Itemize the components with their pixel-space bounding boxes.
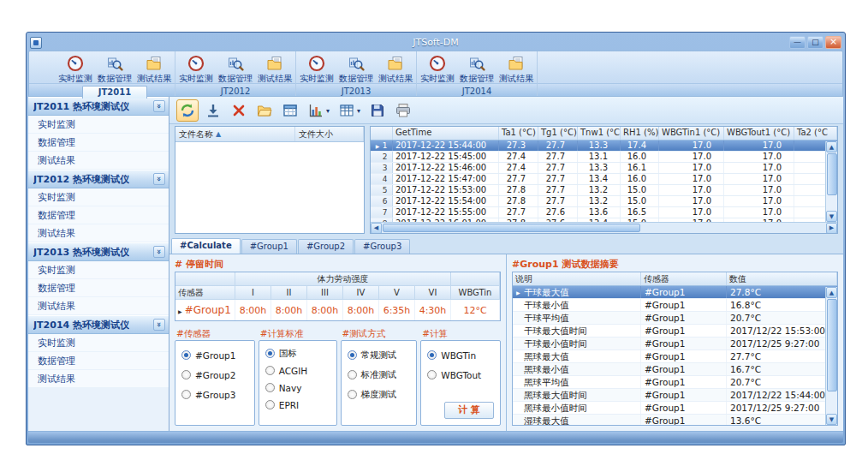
- summary-row[interactable]: 黑球最小值时间 #Group1 2017/12/25 9:27:00: [513, 402, 837, 415]
- sidebar-item-data-manage[interactable]: 数据管理: [28, 352, 169, 370]
- cell-tg1[interactable]: 27.7: [538, 152, 578, 162]
- cell-wbgtin1[interactable]: 17.0: [659, 174, 724, 184]
- summary-row[interactable]: 干球最小值时间 #Group1 2017/12/25 9:27:00: [513, 338, 837, 350]
- table-view-button[interactable]: [336, 99, 363, 122]
- cell-tg1[interactable]: 27.7: [538, 174, 578, 184]
- summary-row[interactable]: 黑球最大值 #Group1 27.7°C: [513, 350, 837, 363]
- cell-gettime[interactable]: 2017-12-22 15:45:00: [393, 152, 499, 162]
- cell-wbgtin1[interactable]: 17.0: [659, 207, 724, 218]
- open-folder-button[interactable]: [253, 99, 276, 122]
- column-header-gettime[interactable]: GetTime: [393, 127, 499, 140]
- sidebar-item-data-manage[interactable]: 数据管理: [28, 206, 169, 224]
- summary-row[interactable]: 黑球最大值时间 #Group1 2017/12/22 15:44:00: [513, 389, 837, 402]
- chevron-icon[interactable]: [153, 173, 165, 185]
- cell-tg1[interactable]: 27.7: [538, 140, 578, 151]
- chart-button[interactable]: [305, 99, 332, 122]
- cell-tnw1[interactable]: 13.2: [578, 196, 621, 206]
- download-button[interactable]: [202, 99, 224, 122]
- cell-tnw1[interactable]: 13.1: [578, 152, 621, 162]
- table-row[interactable]: 3 2017-12-22 15:46:00 27.4 27.7 13.3 16.…: [371, 163, 837, 174]
- cell-wbgtin1[interactable]: 17.0: [659, 196, 724, 206]
- tab[interactable]: #Group2: [298, 239, 354, 254]
- cell-ta1[interactable]: 27.7: [499, 174, 538, 184]
- print-button[interactable]: [392, 99, 414, 122]
- ribbon-button-data-manage[interactable]: 数据管理: [337, 53, 376, 86]
- cell-gettime[interactable]: 2017-12-22 15:44:00: [393, 140, 499, 151]
- table-row[interactable]: 1 2017-12-22 15:44:00 27.3 27.7 13.3 17.…: [371, 140, 837, 152]
- chevron-icon[interactable]: [153, 246, 165, 258]
- cell-wbgtin1[interactable]: 17.0: [659, 185, 724, 195]
- sidebar-item-realtime-monitor[interactable]: 实时监测: [28, 261, 169, 279]
- cell-wbgtout1[interactable]: 17.0: [724, 196, 794, 206]
- sensor-radio-option[interactable]: #Group2: [181, 369, 248, 380]
- cell-tnw1[interactable]: 13.3: [578, 163, 621, 173]
- sidebar-item-realtime-monitor[interactable]: 实时监测: [28, 334, 169, 352]
- table-row[interactable]: 6 2017-12-22 15:54:00 27.8 27.7 13.2 15.…: [371, 196, 837, 207]
- stay-time-row[interactable]: #Group1 8:00h 8:00h 8:00h 8:00h 6:35h 4:…: [175, 300, 500, 320]
- cell-tg1[interactable]: 27.7: [538, 163, 578, 173]
- standard-radio-option[interactable]: 国标: [265, 348, 330, 359]
- table-row[interactable]: 7 2017-12-22 15:55:00 27.7 27.6 13.6 16.…: [371, 207, 837, 218]
- cell-rh1[interactable]: 15.0: [621, 196, 659, 206]
- sidebar-item-test-results[interactable]: 测试结果: [28, 370, 169, 388]
- file-size-column-header[interactable]: 文件大小: [295, 127, 364, 141]
- cell-gettime[interactable]: 2017-12-22 15:53:00: [393, 185, 499, 195]
- sensor-radio-option[interactable]: #Group1: [181, 350, 248, 361]
- summary-row[interactable]: 干球最大值 #Group1 27.8°C: [513, 286, 837, 299]
- summary-row[interactable]: 干球平均值 #Group1 20.7°C: [513, 312, 837, 325]
- scroll-up-button[interactable]: [826, 287, 837, 298]
- sidebar-item-test-results[interactable]: 测试结果: [28, 224, 169, 242]
- ribbon-button-realtime-monitor[interactable]: 实时监测: [298, 53, 336, 86]
- table-row[interactable]: 5 2017-12-22 15:53:00 27.8 27.7 13.2 15.…: [371, 185, 837, 196]
- cell-wbgtout1[interactable]: 17.0: [724, 152, 794, 162]
- cell-wbgtout1[interactable]: 17.0: [724, 185, 794, 195]
- delete-button[interactable]: [228, 99, 250, 122]
- column-header-ta2[interactable]: Ta2 (°C: [794, 127, 837, 140]
- standard-radio-option[interactable]: EPRI: [265, 399, 330, 410]
- cell-rh1[interactable]: 17.4: [621, 140, 659, 151]
- cell-tnw1[interactable]: 13.3: [578, 140, 621, 151]
- cell-tg1[interactable]: 27.7: [538, 196, 578, 206]
- scroll-down-button[interactable]: [826, 414, 837, 425]
- minimize-button[interactable]: [789, 36, 806, 49]
- cell-wbgtout1[interactable]: 17.0: [724, 207, 794, 218]
- horizontal-scrollbar[interactable]: [371, 222, 837, 233]
- cell-gettime[interactable]: 2017-12-22 15:46:00: [393, 163, 499, 173]
- cell-rh1[interactable]: 15.0: [621, 185, 659, 195]
- summary-row[interactable]: 黑球平均值 #Group1 20.7°C: [513, 376, 837, 389]
- cell-rh1[interactable]: 16.1: [621, 163, 659, 173]
- cell-rh1[interactable]: 16.0: [621, 152, 659, 162]
- column-header-value[interactable]: 数值: [727, 272, 837, 285]
- scroll-left-button[interactable]: [371, 223, 382, 234]
- summary-row[interactable]: 湿球最大值 #Group1 13.6°C: [513, 415, 837, 425]
- ribbon-group-caption[interactable]: JT2011: [82, 86, 147, 99]
- method-radio-option[interactable]: 常规测试: [348, 350, 411, 361]
- column-header-rh1[interactable]: RH1 (%): [621, 127, 659, 140]
- cell-wbgtin1[interactable]: 17.0: [659, 163, 724, 173]
- cell-rh1[interactable]: 16.5: [621, 207, 659, 218]
- cell-gettime[interactable]: 2017-12-22 15:47:00: [393, 174, 499, 184]
- cell-wbgtin1[interactable]: 17.0: [659, 140, 724, 151]
- cell-wbgtin1[interactable]: 17.0: [659, 152, 724, 162]
- column-header-ta1[interactable]: Ta1 (°C): [499, 127, 538, 140]
- summary-row[interactable]: 干球最大值时间 #Group1 2017/12/22 15:53:00: [513, 325, 837, 338]
- sidebar-item-test-results[interactable]: 测试结果: [28, 152, 169, 170]
- ribbon-button-realtime-monitor[interactable]: 实时监测: [419, 53, 457, 86]
- calculate-button[interactable]: 计 算: [444, 402, 494, 419]
- method-radio-option[interactable]: 标准测试: [348, 369, 411, 380]
- cell-wbgtout1[interactable]: 17.0: [724, 174, 794, 184]
- method-radio-option[interactable]: 梯度测试: [348, 389, 411, 400]
- ribbon-button-test-results[interactable]: 测试结果: [377, 53, 415, 86]
- cell-ta1[interactable]: 27.4: [499, 152, 538, 162]
- ribbon-button-test-results[interactable]: 测试结果: [135, 53, 174, 86]
- title-bar[interactable]: JTSoft-DM: [28, 34, 843, 51]
- file-name-column-header[interactable]: 文件名称 ▲: [175, 127, 295, 141]
- sidebar-group-header[interactable]: JT2014 热环境测试仪: [28, 315, 169, 334]
- summary-row[interactable]: 干球最小值 #Group1 16.8°C: [513, 299, 837, 312]
- maximize-button[interactable]: [807, 36, 823, 49]
- chevron-icon[interactable]: [153, 319, 165, 331]
- column-header-description[interactable]: 说明: [513, 272, 641, 285]
- refresh-button[interactable]: [176, 99, 199, 122]
- calc-radio-option[interactable]: WBGTin: [427, 350, 494, 361]
- sidebar-item-realtime-monitor[interactable]: 实时监测: [28, 116, 169, 134]
